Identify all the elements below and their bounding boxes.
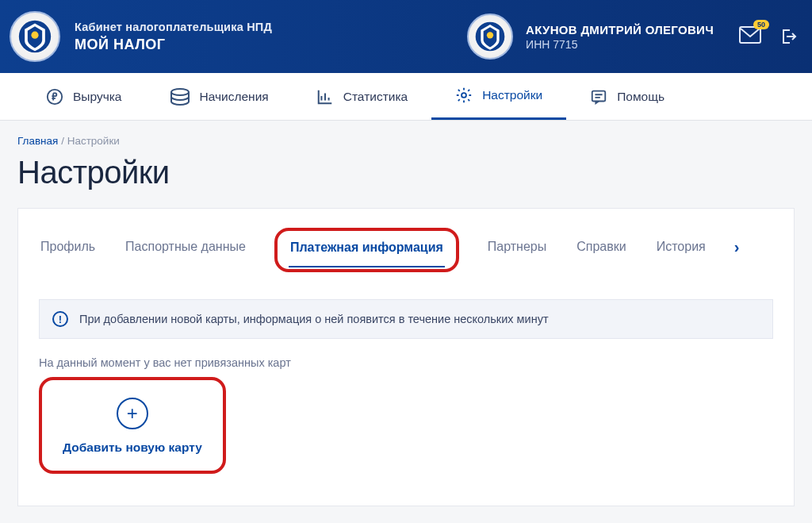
breadcrumb: Главная / Настройки [17,135,795,147]
tab-payment-info[interactable]: Платежная информация [289,236,445,267]
page-title: Настройки [17,155,795,190]
gear-icon [455,87,473,104]
settings-panel: Профиль Паспортные данные Платежная инфо… [17,208,795,506]
brand-title: МОЙ НАЛОГ [75,37,272,53]
stack-icon [170,88,190,106]
nav-label: Выручка [73,90,122,104]
tab-partners[interactable]: Партнеры [486,235,548,265]
tabs: Профиль Паспортные данные Платежная инфо… [39,228,773,272]
mail-button[interactable]: 50 [739,26,761,47]
add-card-button[interactable]: + Добавить новую карту [39,377,226,474]
help-icon [590,88,607,106]
nav-item-settings[interactable]: Настройки [431,73,566,120]
header: Кабинет налогоплательщика НПД МОЙ НАЛОГ … [0,0,812,73]
nav-item-help[interactable]: Помощь [566,73,688,120]
info-banner: ! При добавлении новой карты, информация… [39,299,773,339]
info-banner-text: При добавлении новой карты, информация о… [79,313,549,325]
brand: Кабинет налогоплательщика НПД МОЙ НАЛОГ [75,21,272,53]
plus-icon: + [117,398,148,429]
user-avatar [467,13,513,60]
emblem-logo [10,11,60,62]
tab-passport[interactable]: Паспортные данные [124,235,247,265]
tabs-scroll-right[interactable]: › [734,238,740,263]
svg-point-7 [462,93,466,98]
brand-subtitle: Кабинет налогоплательщика НПД [75,21,272,33]
breadcrumb-current: Настройки [67,135,120,147]
no-cards-text: На данный момент у вас нет привязанных к… [39,356,773,369]
nav-label: Начисления [200,90,269,104]
add-card-label: Добавить новую карту [63,440,202,455]
nav-label: Помощь [617,90,665,104]
user-inn: ИНН 7715 [526,38,714,51]
tab-references[interactable]: Справки [575,235,627,265]
tab-history[interactable]: История [655,235,707,265]
breadcrumb-home[interactable]: Главная [17,135,58,147]
svg-point-3 [487,32,493,38]
svg-point-6 [171,89,189,95]
nav-label: Настройки [482,88,542,102]
nav-item-charges[interactable]: Начисления [146,73,293,120]
svg-point-1 [31,32,38,39]
nav-item-stats[interactable]: Статистика [293,73,431,120]
mail-badge: 50 [753,20,769,29]
nav-item-revenue[interactable]: Выручка [22,73,146,120]
info-icon: ! [52,311,68,327]
tab-profile[interactable]: Профиль [39,235,97,265]
chart-icon [316,88,334,106]
nav-label: Статистика [343,90,408,104]
user-name: АКУНОВ ДМИТРИЙ ОЛЕГОВИЧ [526,23,714,37]
svg-rect-8 [592,90,606,101]
svg-rect-4 [740,27,760,43]
nav-bar: Выручка Начисления Статистика Настройки … [0,73,812,121]
user-block: АКУНОВ ДМИТРИЙ ОЛЕГОВИЧ ИНН 7715 [467,13,714,60]
highlight-payment-tab: Платежная информация [274,228,459,272]
logout-icon[interactable] [779,27,798,46]
ruble-icon [46,88,63,106]
